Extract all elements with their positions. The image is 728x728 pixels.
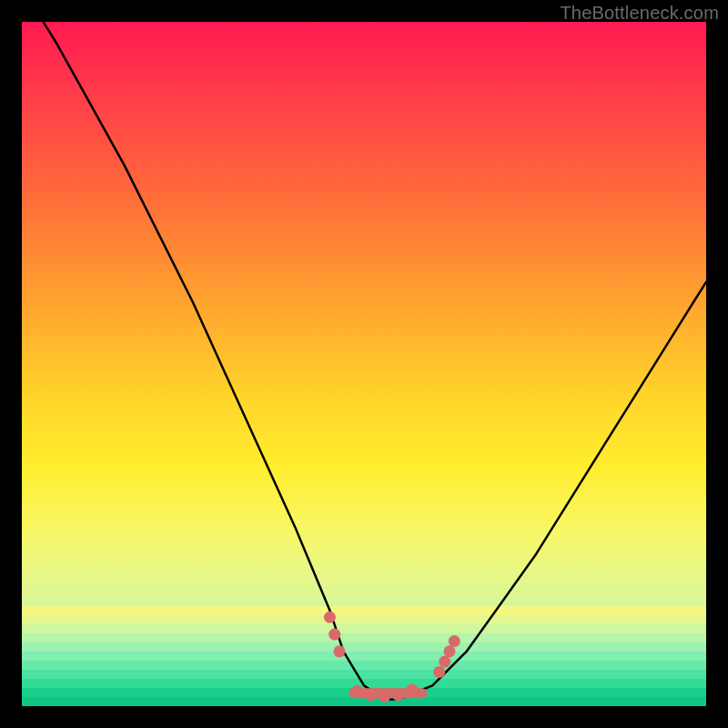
- data-point-marker: [365, 689, 377, 701]
- series-layer: [22, 22, 706, 699]
- plot-area: [22, 22, 706, 706]
- data-point-marker: [351, 685, 363, 697]
- watermark-text: TheBottleneck.com: [560, 3, 719, 24]
- chart-svg: [22, 22, 706, 706]
- chart-stage: TheBottleneck.com: [0, 0, 728, 728]
- data-point-marker: [444, 645, 456, 657]
- data-point-marker: [449, 635, 460, 647]
- data-point-marker: [379, 691, 390, 703]
- data-point-marker: [324, 612, 336, 623]
- bottleneck-curve: [22, 22, 706, 699]
- data-point-marker: [329, 629, 340, 641]
- data-point-marker: [333, 645, 345, 657]
- marker-layer: [324, 612, 460, 703]
- data-point-marker: [433, 666, 445, 678]
- bottom-green-stripes: [22, 606, 706, 706]
- data-point-marker: [392, 689, 404, 701]
- data-point-marker: [439, 656, 450, 668]
- data-point-marker: [406, 683, 418, 695]
